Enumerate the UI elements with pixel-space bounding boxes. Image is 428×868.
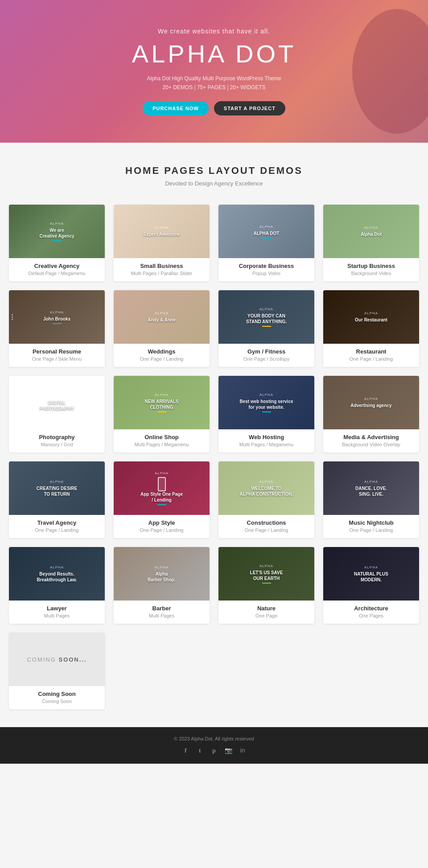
demo-item-music-nightclub[interactable]: ALPHADANCE. LOVE. SING. LIVE.Music Night… <box>323 461 419 538</box>
demo-info-music-nightclub: Music NightclubOne Page / Landing <box>323 515 419 538</box>
demo-desc-creative-agency: Default Page / Megamenu <box>14 271 99 276</box>
demo-thumb-startup-business: ALPHAAlpha Dot <box>323 205 419 258</box>
thumb-label-barber: Alpha Barber Shop. <box>148 571 176 583</box>
demo-item-photography[interactable]: ALPHADIGITAL PHOTOGRAPHYPhotographyManso… <box>9 376 105 453</box>
demo-desc-web-hosting: Multi Pages / Megamenu <box>224 442 309 447</box>
footer-copyright: © 2023 Alpha Dot. All rights reserved <box>9 736 419 741</box>
hero-description: Alpha Dot High Quality Multi Purpose Wor… <box>147 75 281 82</box>
demo-item-personal-resume[interactable]: ALPHAJohn BrooksPersonal ResumeOne Page … <box>9 290 105 367</box>
twitter-icon[interactable]: 𝐭 <box>195 746 204 755</box>
demo-desc-media-advertising: Background Video Overlay <box>329 442 414 447</box>
demo-info-weddings: WeddingsOne Page / Landing <box>114 344 210 367</box>
thumb-label-restaurant: Our Restaurant <box>355 317 387 323</box>
thumb-logo: ALPHA <box>259 480 273 484</box>
thumb-logo: ALPHA <box>155 565 169 569</box>
demo-item-nature[interactable]: ALPHALET'S US SAVE OUR EARTHNatureOne Pa… <box>218 547 314 624</box>
demo-item-barber[interactable]: ALPHAAlpha Barber Shop.BarberMulti Pages <box>114 547 210 624</box>
thumb-label-web-hosting: Best web hosting service for your websit… <box>239 399 293 410</box>
demo-item-online-shop[interactable]: ALPHANEW ARRIVALS CLOTHINGOnline ShopMul… <box>114 376 210 453</box>
demo-info-architecture: ArchitectureOne Pages <box>323 601 419 624</box>
demo-thumb-app-style: ALPHAApp Style One Page / Lending <box>114 461 210 515</box>
demo-name-restaurant: Restaurant <box>329 348 414 355</box>
demo-info-online-shop: Online ShopMulti Pages / Megamenu <box>114 429 210 453</box>
demo-name-web-hosting: Web Hosting <box>224 434 309 440</box>
demo-item-weddings[interactable]: ALPHAAndy & AnneWeddingsOne Page / Landi… <box>114 290 210 367</box>
demo-desc-photography: Mansory / Grid <box>14 442 99 447</box>
demo-info-creative-agency: Creative AgencyDefault Page / Megamenu <box>9 258 105 281</box>
start-project-button[interactable]: START A PROJECT <box>214 101 285 115</box>
demo-name-app-style: App Style <box>119 519 204 526</box>
demo-desc-weddings: One Page / Landing <box>119 356 204 362</box>
demo-item-corporate-business[interactable]: ALPHAALPHA DOTCorporate BusinessPopup Vi… <box>218 205 314 281</box>
demo-name-corporate-business: Corporate Business <box>224 263 309 269</box>
demo-item-media-advertising[interactable]: ALPHAAdvertising agencyMedia & Advertisi… <box>323 376 419 453</box>
thumb-label-photography: DIGITAL PHOTOGRAPHY <box>39 400 74 411</box>
thumb-label-music-nightclub: DANCE. LOVE. SING. LIVE. <box>355 485 387 497</box>
demo-name-architecture: Architecture <box>329 605 414 612</box>
purchase-button[interactable]: PURCHASE NOW <box>143 101 209 115</box>
thumb-label-media-advertising: Advertising agency <box>350 403 391 408</box>
thumb-logo: ALPHA <box>259 225 273 229</box>
demo-info-coming-soon: Coming SoonComing Soon <box>9 686 105 709</box>
instagram-icon[interactable]: 📷 <box>224 746 233 755</box>
demo-item-lawyer[interactable]: ALPHABeyond Results. Breakthrough Law.La… <box>9 547 105 624</box>
thumb-logo: ALPHA <box>50 394 64 398</box>
thumb-accent-bar <box>262 238 271 239</box>
demo-thumb-barber: ALPHAAlpha Barber Shop. <box>114 547 210 601</box>
facebook-icon[interactable]: 𝐟 <box>181 746 190 755</box>
demo-name-nature: Nature <box>224 605 309 612</box>
thumb-label-weddings: Andy & Anne <box>148 317 175 323</box>
demo-item-coming-soon[interactable]: COMING SOON...Coming SoonComing Soon <box>9 633 105 709</box>
demo-name-coming-soon: Coming Soon <box>14 691 99 697</box>
demo-item-startup-business[interactable]: ALPHAAlpha DotStartup BusinessBackground… <box>323 205 419 281</box>
hero-buttons: PURCHASE NOW START A PROJECT <box>143 101 285 115</box>
demo-name-creative-agency: Creative Agency <box>14 263 99 269</box>
demo-item-small-business[interactable]: ALPHAExpect AwesomeSmall BusinessMulti P… <box>114 205 210 281</box>
demo-thumb-photography: ALPHADIGITAL PHOTOGRAPHY <box>9 376 105 429</box>
thumb-accent-bar <box>262 326 271 327</box>
thumb-logo: ALPHA <box>50 480 64 484</box>
demo-name-lawyer: Lawyer <box>14 605 99 612</box>
section-title: HOME PAGES LAYOUT DEMOS <box>9 165 419 177</box>
hero-subtitle: We create websites that have it all. <box>158 28 270 35</box>
demo-thumb-weddings: ALPHAAndy & Anne <box>114 290 210 344</box>
demo-item-architecture[interactable]: ALPHANATURAL PLUS MODERN.ArchitectureOne… <box>323 547 419 624</box>
thumb-label-constructions: WELCOME TO ALPHA CONSTRUCTION. <box>239 485 293 497</box>
demo-item-creative-agency[interactable]: ALPHAWe are Creative AgencyCreative Agen… <box>9 205 105 281</box>
demo-item-app-style[interactable]: ALPHAApp Style One Page / LendingApp Sty… <box>114 461 210 538</box>
thumb-accent-bar <box>53 323 62 324</box>
pinterest-icon[interactable]: 𝐩 <box>210 746 218 755</box>
demo-info-constructions: ConstructionsOne Page / Landing <box>218 515 314 538</box>
demo-info-startup-business: Startup BusinessBackground Video <box>323 258 419 281</box>
demo-thumb-constructions: ALPHAWELCOME TO ALPHA CONSTRUCTION. <box>218 461 314 515</box>
demo-thumb-web-hosting: ALPHABest web hosting service for your w… <box>218 376 314 429</box>
demo-desc-coming-soon: Coming Soon <box>14 699 99 704</box>
demo-thumb-creative-agency: ALPHAWe are Creative Agency <box>9 205 105 258</box>
demo-info-corporate-business: Corporate BusinessPopup Video <box>218 258 314 281</box>
demo-thumb-lawyer: ALPHABeyond Results. Breakthrough Law. <box>9 547 105 601</box>
demo-thumb-nature: ALPHALET'S US SAVE OUR EARTH <box>218 547 314 601</box>
thumb-label-startup-business: Alpha Dot <box>361 231 382 237</box>
demo-info-personal-resume: Personal ResumeOne Page / Side Menu <box>9 344 105 367</box>
linkedin-icon[interactable]: in <box>238 746 247 755</box>
thumb-logo: ALPHA <box>50 222 64 226</box>
hero-stats: 20+ DEMOS | 75+ PAGES | 20+ WIDGETS <box>162 84 265 91</box>
demo-thumb-music-nightclub: ALPHADANCE. LOVE. SING. LIVE. <box>323 461 419 515</box>
thumb-label-gym-fitness: YOUR BODY CAN STAND ANYTHING. <box>246 313 287 325</box>
thumb-label-nature: LET'S US SAVE OUR EARTH <box>250 570 283 581</box>
demo-thumb-small-business: ALPHAExpect Awesome <box>114 205 210 258</box>
demo-thumb-personal-resume: ALPHAJohn Brooks <box>9 290 105 344</box>
demo-thumb-corporate-business: ALPHAALPHA DOT <box>218 205 314 258</box>
demo-desc-app-style: One Page / Landing <box>119 527 204 533</box>
thumb-logo: ALPHA <box>364 311 378 315</box>
demo-item-travel-agency[interactable]: ALPHACREATING DESIRE TO RETURNTravel Age… <box>9 461 105 538</box>
thumb-logo: ALPHA <box>155 393 169 397</box>
coming-soon-text: COMING SOON... <box>27 656 86 663</box>
thumb-logo: ALPHA <box>364 480 378 484</box>
demo-item-constructions[interactable]: ALPHAWELCOME TO ALPHA CONSTRUCTION.Const… <box>218 461 314 538</box>
demo-item-restaurant[interactable]: ALPHAOur RestaurantRestaurantOne Page / … <box>323 290 419 367</box>
thumb-logo: ALPHA <box>364 565 378 569</box>
demo-item-gym-fitness[interactable]: ALPHAYOUR BODY CAN STAND ANYTHING.Gym / … <box>218 290 314 367</box>
demo-desc-constructions: One Page / Landing <box>224 527 309 533</box>
demo-item-web-hosting[interactable]: ALPHABest web hosting service for your w… <box>218 376 314 453</box>
